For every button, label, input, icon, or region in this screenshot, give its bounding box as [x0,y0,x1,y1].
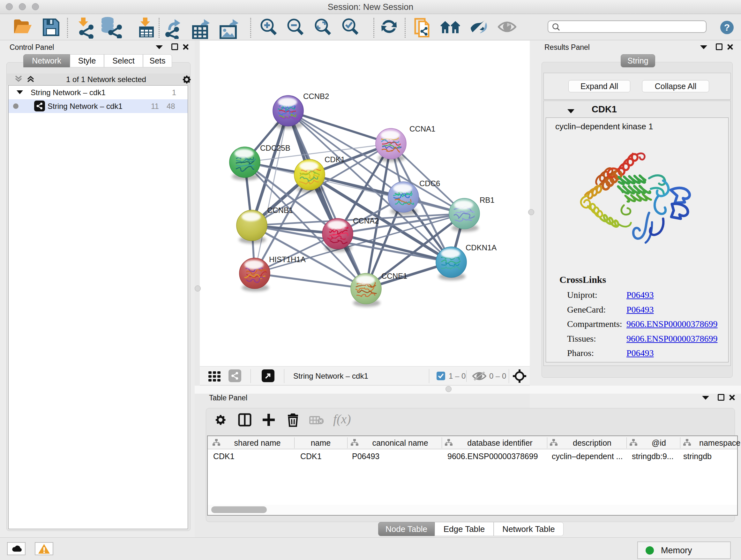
svg-text:CCNA2: CCNA2 [353,216,379,225]
svg-text:CCNB2: CCNB2 [303,92,329,101]
svg-text:CCNB1: CCNB1 [267,206,293,214]
svg-text:RB1: RB1 [480,196,495,204]
svg-text:?: ? [724,22,730,33]
svg-text:HIST1H1A: HIST1H1A [269,255,306,264]
svg-text:CCNA1: CCNA1 [409,125,435,133]
svg-text:CCNE1: CCNE1 [381,272,407,280]
svg-text:CDKN1A: CDKN1A [466,243,496,252]
svg-text:CDK1: CDK1 [325,155,345,164]
svg-text:CDC6: CDC6 [419,179,440,188]
svg-text:CDC25B: CDC25B [260,144,290,152]
